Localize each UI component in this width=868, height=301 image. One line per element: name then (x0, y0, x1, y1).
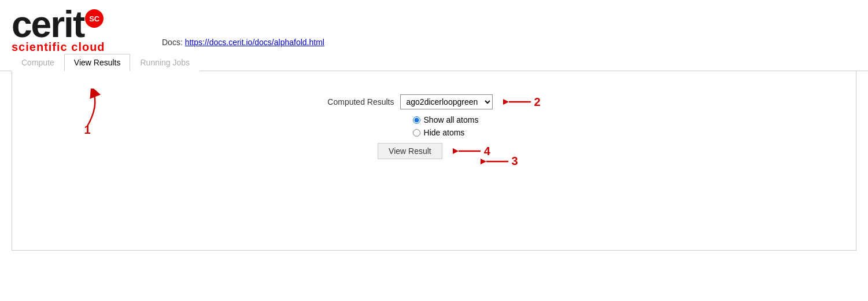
show-all-atoms-radio[interactable] (413, 116, 420, 124)
scientific-cloud-text: scientific cloud (12, 41, 105, 54)
hide-atoms-radio[interactable] (413, 129, 420, 137)
cerit-wordmark: cerit (12, 6, 84, 43)
header: cerit SC scientific cloud Docs: https://… (0, 0, 868, 54)
annotation-number-4: 4 (484, 145, 490, 158)
docs-link[interactable]: https://docs.cerit.io/docs/alphafold.htm… (185, 38, 324, 47)
annotation-number-2: 2 (534, 96, 541, 109)
tab-running-jobs[interactable]: Running Jobs (130, 54, 200, 71)
view-result-row: View Result 4 (378, 143, 490, 159)
computed-results-label: Computed Results (327, 97, 394, 107)
hide-atoms-label[interactable]: Hide atoms (413, 128, 465, 137)
show-all-atoms-label[interactable]: Show all atoms (413, 115, 479, 124)
logo-cerit: cerit SC (12, 6, 104, 43)
docs-section: Docs: https://docs.cerit.io/docs/alphafo… (162, 38, 324, 54)
annotation-arrow-4-svg (453, 145, 482, 157)
tabs-bar: Compute View Results Running Jobs (0, 54, 868, 71)
annotation-arrow-2-svg (503, 96, 532, 108)
docs-label: Docs: (162, 38, 183, 47)
logo: cerit SC scientific cloud (12, 6, 139, 54)
view-result-button[interactable]: View Result (378, 143, 442, 159)
form-section: Computed Results ago2dicerloopgreen 2 (24, 83, 844, 159)
computed-results-dropdown[interactable]: ago2dicerloopgreen (400, 94, 493, 109)
computed-results-row: Computed Results ago2dicerloopgreen 2 (327, 94, 540, 109)
main-content: 1 Computed Results ago2dicerloopgreen (12, 71, 856, 251)
hide-atoms-text: Hide atoms (424, 128, 465, 137)
tab-compute[interactable]: Compute (12, 54, 64, 71)
atoms-radio-row: Show all atoms Hide atoms 3 (390, 115, 479, 137)
annotation-2-group: 2 (503, 96, 541, 109)
annotation-1-group: 1 (67, 89, 108, 137)
annotation-4-group: 4 (453, 145, 490, 158)
show-all-atoms-text: Show all atoms (424, 115, 479, 124)
sc-badge: SC (85, 9, 104, 28)
annotation-number-1: 1 (84, 123, 90, 137)
annotation-number-3: 3 (512, 155, 518, 168)
tab-view-results[interactable]: View Results (64, 54, 131, 71)
